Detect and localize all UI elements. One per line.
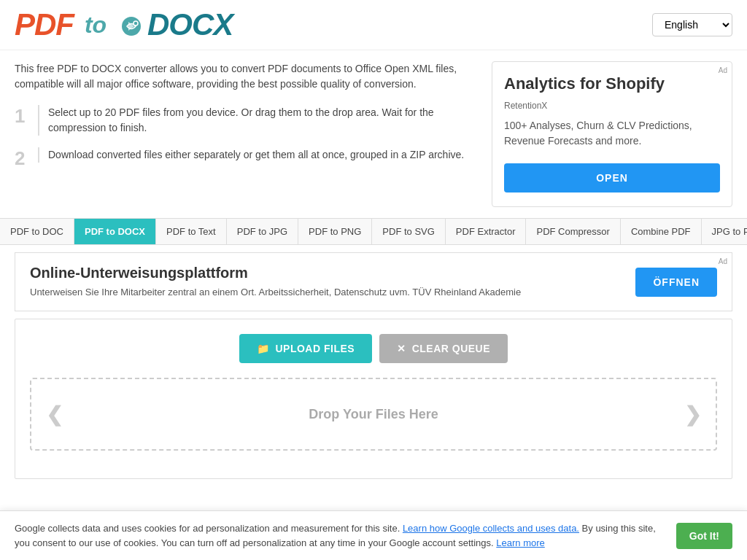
- drop-zone[interactable]: ❮ Drop Your Files Here ❯: [30, 378, 717, 451]
- content-left: This free PDF to DOCX converter allows y…: [15, 61, 477, 207]
- logo-docx: DOCX: [147, 7, 233, 42]
- ad-banner-title: Online-Unterweisungsplattform: [30, 265, 621, 281]
- step-2-num: 2: [15, 147, 29, 170]
- tab-jpg-to-pdf[interactable]: JPG to PDF: [702, 219, 747, 244]
- nav-tabs: PDF to DOC PDF to DOCX PDF to Text PDF t…: [0, 218, 747, 245]
- logo-pdf: PDF: [15, 7, 74, 42]
- tab-pdf-to-docx[interactable]: PDF to DOCX: [74, 219, 156, 244]
- ad-banner-text: Online-Unterweisungsplattform Unterweise…: [30, 265, 621, 299]
- language-select[interactable]: English Deutsch Français Español Italian…: [652, 13, 732, 36]
- logo: PDF to DOCX: [15, 7, 233, 42]
- ad-banner: Ad Online-Unterweisungsplattform Unterwe…: [15, 252, 732, 311]
- upload-label: UPLOAD FILES: [275, 343, 355, 354]
- tab-pdf-compressor[interactable]: PDF Compressor: [526, 219, 620, 244]
- clear-label: CLEAR QUEUE: [412, 343, 490, 354]
- upload-files-button[interactable]: 📁 UPLOAD FILES: [239, 334, 372, 363]
- clear-queue-button[interactable]: ✕ CLEAR QUEUE: [379, 334, 508, 363]
- ad-banner-button[interactable]: ÖFFNEN: [635, 268, 717, 297]
- upload-icon: 📁: [257, 343, 270, 354]
- header: PDF to DOCX English Deutsch Français Esp…: [0, 0, 747, 50]
- upload-buttons: 📁 UPLOAD FILES ✕ CLEAR QUEUE: [30, 334, 717, 363]
- ad-banner-desc: Unterweisen Sie Ihre Mitarbeiter zentral…: [30, 286, 621, 299]
- step-1-num: 1: [15, 105, 29, 128]
- ad-right-title: Analytics for Shopify: [504, 74, 720, 95]
- drop-label: Drop Your Files Here: [309, 407, 438, 422]
- tab-pdf-to-doc[interactable]: PDF to DOC: [0, 219, 74, 244]
- arrow-right[interactable]: ❯: [670, 402, 716, 427]
- step-1-text: Select up to 20 PDF files from you devic…: [38, 105, 477, 136]
- ad-right-company: RetentionX: [504, 101, 720, 111]
- tab-pdf-to-jpg[interactable]: PDF to JPG: [227, 219, 298, 244]
- step-2-text: Download converted files either separate…: [38, 147, 464, 163]
- tab-pdf-to-text[interactable]: PDF to Text: [156, 219, 227, 244]
- tab-pdf-extractor[interactable]: PDF Extractor: [446, 219, 527, 244]
- step-1: 1 Select up to 20 PDF files from you dev…: [15, 105, 477, 136]
- ad-right-open-button[interactable]: OPEN: [504, 163, 720, 192]
- ad-panel-right: Ad Analytics for Shopify RetentionX 100+…: [492, 61, 732, 207]
- clear-icon: ✕: [397, 343, 406, 354]
- ad-badge-right: Ad: [719, 66, 727, 74]
- logo-to: to: [78, 12, 143, 39]
- svg-point-1: [133, 21, 138, 26]
- ad-right-desc: 100+ Analyses, Churn & CLV Predictions, …: [504, 118, 720, 149]
- tab-combine-pdf[interactable]: Combine PDF: [621, 219, 702, 244]
- step-2: 2 Download converted files either separa…: [15, 147, 477, 170]
- arrow-left[interactable]: ❮: [31, 402, 77, 427]
- description: This free PDF to DOCX converter allows y…: [15, 61, 477, 92]
- main-layout: This free PDF to DOCX converter allows y…: [0, 50, 747, 218]
- steps: 1 Select up to 20 PDF files from you dev…: [15, 105, 477, 170]
- tab-pdf-to-png[interactable]: PDF to PNG: [298, 219, 372, 244]
- tab-pdf-to-svg[interactable]: PDF to SVG: [372, 219, 446, 244]
- ad-banner-badge: Ad: [719, 257, 727, 265]
- upload-area: 📁 UPLOAD FILES ✕ CLEAR QUEUE ❮ Drop Your…: [15, 319, 732, 479]
